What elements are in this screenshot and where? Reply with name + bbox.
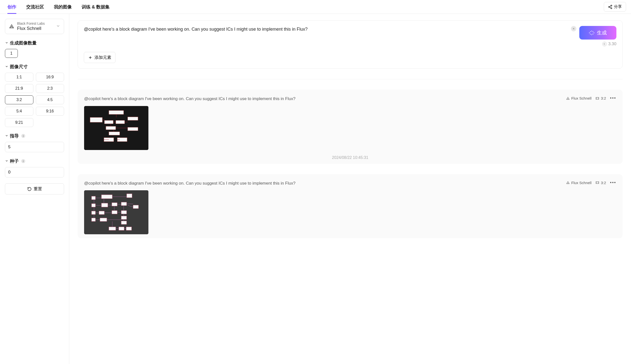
section-image-count: 生成图像数量 1 (5, 40, 64, 58)
share-icon (608, 5, 612, 9)
svg-rect-11 (109, 110, 124, 114)
section-seed-label: 种子 (10, 158, 19, 164)
close-icon (572, 27, 575, 30)
tab-community[interactable]: 交流社区 (26, 0, 44, 14)
credit-icon: C (602, 42, 607, 46)
history-thumbnail[interactable] (84, 190, 148, 234)
ratio-option-21-9[interactable]: 21:9 (5, 84, 33, 93)
section-guidance: 指导 i (5, 133, 64, 152)
ratio-option-3-2[interactable]: 3:2 (5, 96, 33, 104)
svg-rect-24 (101, 195, 112, 199)
history-more-button[interactable]: ••• (610, 96, 616, 101)
svg-rect-13 (128, 117, 138, 120)
svg-rect-39 (109, 227, 116, 230)
section-image-size-label: 图像尺寸 (10, 64, 28, 70)
section-seed: 种子 i (5, 158, 64, 178)
svg-line-3 (609, 6, 611, 6)
block-diagram-thumbnail-icon (84, 106, 148, 150)
svg-rect-31 (92, 211, 96, 214)
share-button[interactable]: 分享 (604, 2, 626, 12)
history-timestamp: 2024/08/22 10:45:31 (84, 156, 616, 160)
section-image-size: 图像尺寸 1:1 16:9 21:9 2:3 3:2 4:5 5:4 9:16 … (5, 64, 64, 127)
tab-my-images[interactable]: 我的图像 (54, 0, 72, 14)
info-icon: i (21, 134, 25, 138)
chevron-down-icon (56, 24, 60, 29)
prompt-card: 生成 C 3.30 添加元素 (78, 20, 622, 69)
model-logo-icon (9, 24, 15, 30)
ratio-option-4-5[interactable]: 4:5 (36, 96, 64, 104)
divider (78, 79, 622, 79)
guidance-input[interactable] (5, 142, 64, 152)
svg-point-0 (611, 5, 612, 6)
add-element-label: 添加元素 (95, 54, 111, 60)
clear-prompt-button[interactable] (571, 26, 576, 32)
history-model: Flux Schnell (566, 181, 592, 185)
ratio-option-9-16[interactable]: 9:16 (36, 107, 64, 116)
svg-rect-15 (116, 120, 125, 124)
history-prompt: @copilot here's a block diagram I've bee… (84, 96, 561, 102)
history-meta: Flux Schnell 3:2 ••• (566, 96, 616, 101)
history-model: Flux Schnell (566, 96, 592, 100)
section-image-count-toggle[interactable]: 生成图像数量 (5, 40, 64, 46)
ratio-option-1-1[interactable]: 1:1 (5, 73, 33, 82)
svg-rect-27 (101, 203, 108, 207)
svg-rect-33 (112, 210, 117, 214)
model-vendor: Black Forest Labs (17, 22, 45, 26)
ratio-option-9-21[interactable]: 9:21 (5, 118, 33, 127)
seed-input[interactable] (5, 167, 64, 178)
model-selector[interactable]: Black Forest Labs Flux Schnell (5, 19, 64, 34)
share-label: 分享 (614, 4, 622, 10)
credit-value: 3.30 (608, 42, 616, 46)
section-image-size-toggle[interactable]: 图像尺寸 (5, 64, 64, 70)
section-seed-toggle[interactable]: 种子 i (5, 158, 64, 164)
svg-rect-25 (127, 194, 132, 198)
svg-rect-34 (121, 210, 127, 214)
sparkle-icon (589, 30, 594, 36)
generate-stack: 生成 C 3.30 (579, 26, 616, 46)
svg-rect-12 (90, 118, 102, 122)
left-panel: Black Forest Labs Flux Schnell 生成图像数量 1 (0, 14, 69, 364)
section-guidance-toggle[interactable]: 指导 i (5, 133, 64, 139)
reset-button[interactable]: 重置 (5, 183, 64, 194)
history-ratio-label: 3:2 (601, 96, 606, 100)
ratio-option-5-4[interactable]: 5:4 (5, 107, 33, 116)
history-model-label: Flux Schnell (571, 181, 592, 185)
history-thumbnail[interactable] (84, 106, 148, 150)
section-image-count-label: 生成图像数量 (10, 40, 37, 46)
prompt-input-area (84, 26, 576, 34)
aspect-ratio-icon (595, 181, 599, 184)
svg-rect-21 (596, 182, 599, 184)
info-icon: i (21, 159, 25, 163)
ratio-option-2-3[interactable]: 2:3 (36, 84, 64, 93)
svg-rect-32 (99, 211, 104, 214)
history-meta: Flux Schnell 3:2 ••• (566, 180, 616, 185)
right-panel: 生成 C 3.30 添加元素 @copilot here's a block d… (69, 14, 631, 364)
svg-rect-30 (133, 205, 139, 208)
tab-create[interactable]: 创作 (8, 0, 16, 14)
main-layout: Black Forest Labs Flux Schnell 生成图像数量 1 (0, 14, 631, 364)
history-more-button[interactable]: ••• (610, 180, 616, 185)
history-card: @copilot here's a block diagram I've bee… (78, 174, 622, 238)
image-count-option[interactable]: 1 (5, 49, 18, 58)
svg-rect-16 (106, 126, 116, 130)
chevron-down-icon (5, 134, 9, 139)
add-element-button[interactable]: 添加元素 (84, 52, 116, 63)
svg-rect-28 (112, 203, 117, 206)
svg-rect-40 (119, 227, 124, 230)
tab-training[interactable]: 训练 & 数据集 (82, 0, 110, 14)
svg-rect-23 (92, 196, 96, 200)
prompt-input[interactable] (84, 26, 576, 32)
generate-button[interactable]: 生成 (579, 26, 616, 40)
chevron-down-icon (5, 159, 9, 164)
chevron-down-icon (5, 40, 9, 46)
svg-rect-37 (121, 216, 127, 220)
model-name: Flux Schnell (17, 26, 45, 32)
svg-point-2 (611, 8, 612, 9)
svg-rect-17 (128, 127, 138, 131)
block-diagram-thumbnail-icon (84, 190, 148, 234)
svg-rect-18 (109, 132, 120, 135)
svg-rect-35 (92, 218, 96, 222)
svg-rect-9 (596, 97, 599, 99)
ratio-option-16-9[interactable]: 16:9 (36, 73, 64, 82)
generate-label: 生成 (597, 30, 607, 36)
